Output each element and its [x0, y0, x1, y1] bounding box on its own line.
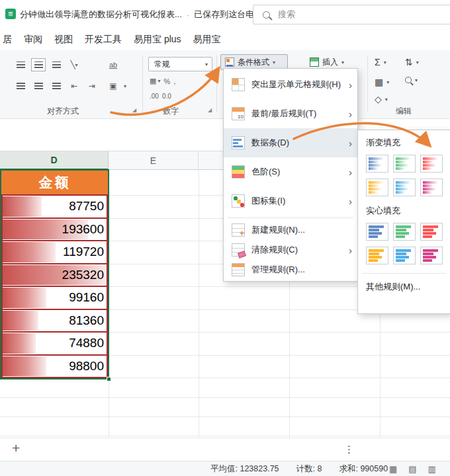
- percent-style-button[interactable]: %: [163, 77, 170, 85]
- number-format-dropdown[interactable]: 常规 ▾: [148, 57, 212, 71]
- text-orientation-icon[interactable]: ╲▾: [67, 58, 81, 71]
- group-divider: [216, 56, 217, 112]
- solid-databar-swatch-5[interactable]: [393, 247, 416, 264]
- gradient-databar-swatch-1[interactable]: [366, 155, 388, 173]
- search-placeholder: 搜索: [278, 9, 295, 20]
- accounting-format-button[interactable]: ▦▾: [150, 77, 160, 85]
- cell-row-2[interactable]: 193600: [1, 219, 108, 242]
- align-center-icon[interactable]: [31, 79, 46, 93]
- align-left-icon[interactable]: [13, 79, 28, 93]
- chevron-right-icon: ›: [349, 138, 352, 149]
- clear-icon: ◇: [375, 94, 382, 104]
- more-rules-item[interactable]: 其他规则(M)...: [366, 280, 442, 294]
- swatch-bar: [423, 235, 432, 238]
- menu-item[interactable]: 管理规则(R)...: [224, 260, 357, 280]
- menu-item[interactable]: 清除规则(C)›: [224, 240, 357, 260]
- fill-handle[interactable]: [107, 377, 111, 381]
- cell-row-8[interactable]: 98800: [1, 356, 108, 379]
- cell-row-5[interactable]: 99160: [1, 287, 108, 310]
- amount-header-cell[interactable]: 金额: [1, 171, 108, 196]
- align-right-icon[interactable]: [49, 79, 64, 93]
- gridline: [0, 416, 450, 417]
- normal-view-icon[interactable]: ▦: [389, 464, 397, 474]
- find-select-button[interactable]: ▾: [405, 77, 418, 83]
- decrease-decimal-button[interactable]: 0.0: [162, 93, 171, 100]
- menu-tab-1[interactable]: 居: [1, 34, 13, 46]
- solid-databar-swatch-1[interactable]: [366, 223, 388, 241]
- chevron-right-icon: ›: [349, 108, 352, 120]
- align-top-row: ╲▾: [13, 58, 81, 71]
- menu-item[interactable]: 色阶(S)›: [224, 157, 357, 186]
- gradient-databar-swatch-2[interactable]: [393, 155, 416, 173]
- add-sheet-button[interactable]: +: [12, 440, 20, 456]
- menu-item[interactable]: 突出显示单元格规则(H)›: [224, 70, 357, 99]
- decrease-indent-icon[interactable]: ⇤: [67, 79, 81, 93]
- number-dialog-launcher-icon[interactable]: ◢: [208, 107, 212, 113]
- menu-item[interactable]: 新建规则(N)...: [224, 220, 357, 240]
- cell-row-4[interactable]: 235320: [1, 264, 108, 288]
- solid-databar-swatch-2[interactable]: [393, 223, 416, 241]
- increase-decimal-button[interactable]: .00: [150, 93, 159, 100]
- sort-filter-button[interactable]: ⇅ ▾: [405, 57, 419, 67]
- data-bars-submenu: 渐变填充 实心填充 其他规则(M)...: [357, 130, 450, 314]
- swatch-bar: [423, 259, 432, 262]
- align-bottom-icon[interactable]: [49, 58, 64, 71]
- cell-row-3[interactable]: 119720: [1, 241, 108, 264]
- chevron-down-icon: ▾: [385, 97, 388, 102]
- gradient-databar-swatch-6[interactable]: [420, 178, 443, 196]
- orientation-glyph: ╲: [70, 60, 75, 69]
- fill-button[interactable]: ▦ ▾: [375, 77, 389, 87]
- cell-value: 99160: [69, 287, 104, 309]
- swatch-bar: [396, 161, 406, 163]
- solid-databar-swatch-4[interactable]: [366, 247, 388, 264]
- column-header-d[interactable]: D: [0, 151, 109, 170]
- menu-tab-3[interactable]: 视图: [53, 34, 74, 46]
- conditional-formatting-icon: [225, 58, 234, 67]
- page-break-view-icon[interactable]: ▥: [428, 464, 436, 474]
- menu-tab-6[interactable]: 易用宝: [192, 34, 222, 46]
- gradient-databar-swatch-4[interactable]: [366, 178, 388, 196]
- menu-tab-2[interactable]: 审阅: [22, 34, 44, 46]
- cell-row-6[interactable]: 81360: [1, 310, 108, 333]
- gradient-databar-swatch-5[interactable]: [393, 178, 416, 196]
- align-bottom-row: ⇤ ⇥: [13, 79, 99, 93]
- status-bar: 平均值: 123823.75 计数: 8 求和: 990590 ▦ ▤ ▥: [0, 461, 450, 476]
- menu-tab-5[interactable]: 易用宝 plus: [132, 34, 183, 46]
- conditional-format-menu: 突出显示单元格规则(H)›最前/最后规则(T)›数据条(D)›色阶(S)›图标集…: [223, 68, 358, 282]
- column-header-e[interactable]: E: [109, 151, 199, 170]
- more-options-icon[interactable]: ⋮: [344, 444, 354, 456]
- wrap-text-button[interactable]: ab: [106, 58, 120, 71]
- increase-indent-icon[interactable]: ⇥: [85, 79, 99, 93]
- data-bar: [3, 356, 46, 377]
- clear-button[interactable]: ◇ ▾: [375, 94, 388, 104]
- status-average: 平均值: 123823.75: [210, 463, 279, 475]
- chevron-down-icon: ▾: [273, 60, 275, 65]
- gradient-databar-swatch-3[interactable]: [420, 155, 443, 173]
- swatch-bar: [396, 188, 409, 190]
- menu-item-label: 突出显示单元格规则(H): [251, 79, 341, 91]
- autosum-button[interactable]: Σ ▾: [375, 57, 386, 67]
- cell-row-7[interactable]: 74880: [1, 333, 108, 356]
- comma-style-button[interactable]: ,: [173, 77, 175, 85]
- cell-value: 87750: [69, 196, 104, 218]
- menu-item[interactable]: 数据条(D)›: [224, 128, 357, 157]
- align-middle-icon[interactable]: [31, 58, 46, 71]
- swatch-bar: [396, 259, 405, 262]
- align-top-icon[interactable]: [13, 58, 28, 71]
- menu-item[interactable]: 图标集(I)›: [224, 186, 357, 216]
- lines-glyph: [52, 61, 61, 68]
- swatch-bar: [396, 167, 405, 170]
- solid-databar-swatch-6[interactable]: [420, 247, 443, 264]
- align-dialog-launcher-icon[interactable]: ◢: [132, 107, 136, 113]
- menu-item[interactable]: 最前/最后规则(T)›: [224, 99, 357, 128]
- cell-row-1[interactable]: 87750: [1, 196, 108, 219]
- menu-item-label: 清除规则(C): [251, 244, 298, 256]
- merge-cells-button[interactable]: ▣ ▾: [106, 79, 126, 93]
- page-layout-view-icon[interactable]: ▤: [408, 464, 416, 474]
- swatch-bar: [423, 256, 436, 258]
- search-box[interactable]: 搜索: [253, 5, 450, 24]
- lines-glyph: [17, 83, 25, 89]
- solid-databar-swatch-3[interactable]: [420, 223, 443, 241]
- cell-value: 193600: [62, 219, 104, 241]
- menu-tab-4[interactable]: 开发工具: [83, 34, 123, 46]
